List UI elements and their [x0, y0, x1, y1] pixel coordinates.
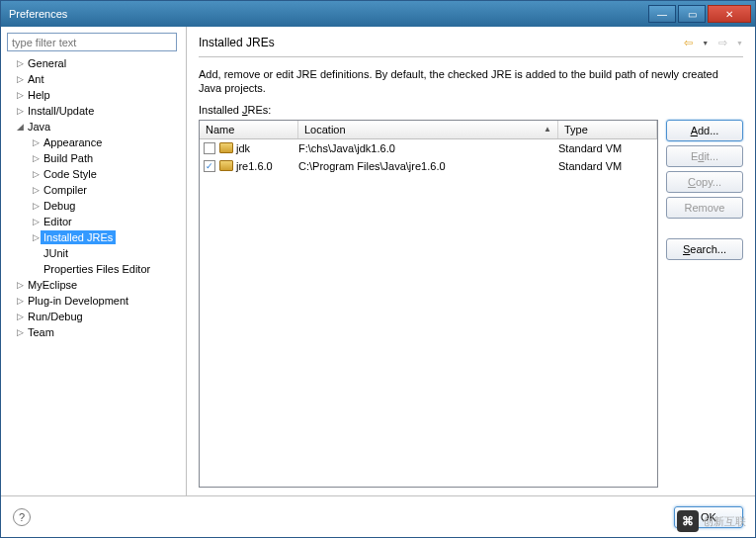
row-type: Standard VM: [558, 142, 657, 154]
watermark: ⌘ 创新互联: [677, 510, 746, 532]
jre-table: Name Location▲ Type jdkF:\chs\Java\jdk1.…: [199, 120, 658, 488]
sidebar: ▷General▷Ant▷Help▷Install/Update◢Java▷Ap…: [1, 27, 187, 495]
column-header-type[interactable]: Type: [558, 121, 657, 138]
row-checkbox[interactable]: ✓: [204, 160, 215, 172]
tree-item-label: Installed JREs: [41, 230, 116, 244]
tree-item-label: MyEclipse: [25, 278, 80, 292]
minimize-button[interactable]: —: [648, 5, 676, 23]
tree-item-label: Ant: [25, 72, 47, 86]
filter-input[interactable]: [7, 33, 177, 51]
tree-item-install-update[interactable]: ▷Install/Update: [7, 103, 180, 119]
column-header-location[interactable]: Location▲: [298, 121, 558, 138]
tree-item-plug-in-development[interactable]: ▷Plug-in Development: [7, 293, 180, 309]
back-menu-icon[interactable]: ▼: [702, 40, 709, 46]
expander-icon[interactable]: ▷: [31, 185, 41, 195]
expander-icon[interactable]: ▷: [15, 106, 25, 116]
expander-icon[interactable]: ▷: [31, 201, 41, 211]
expander-icon[interactable]: ▷: [31, 137, 41, 147]
tree-item-code-style[interactable]: ▷Code Style: [7, 166, 180, 182]
tree-item-appearance[interactable]: ▷Appearance: [7, 134, 180, 150]
tree-item-team[interactable]: ▷Team: [7, 324, 180, 340]
column-header-name[interactable]: Name: [200, 121, 298, 138]
expander-icon[interactable]: ▷: [15, 90, 25, 100]
footer: ? OK: [1, 495, 755, 537]
tree-item-label: Debug: [41, 199, 78, 213]
jre-icon: [219, 160, 233, 171]
tree-item-debug[interactable]: ▷Debug: [7, 198, 180, 214]
expander-icon[interactable]: ▷: [15, 74, 25, 84]
tree-item-label: Java: [25, 120, 53, 134]
tree-item-compiler[interactable]: ▷Compiler: [7, 182, 180, 198]
close-button[interactable]: ✕: [708, 5, 751, 23]
tree-item-properties-files-editor[interactable]: Properties Files Editor: [7, 261, 180, 277]
tree-item-label: JUnit: [41, 246, 71, 260]
expander-icon[interactable]: ▷: [31, 217, 41, 226]
tree-item-editor[interactable]: ▷Editor: [7, 214, 180, 229]
expander-icon[interactable]: ▷: [15, 280, 25, 290]
row-name: jdk: [236, 142, 250, 154]
tree-item-label: General: [25, 56, 69, 70]
watermark-logo-icon: ⌘: [677, 510, 699, 532]
tree-item-label: Properties Files Editor: [41, 262, 153, 276]
expander-icon[interactable]: ◢: [15, 122, 25, 132]
tree-item-label: Run/Debug: [25, 310, 86, 323]
forward-icon[interactable]: ⇨: [714, 35, 730, 50]
tree-item-label: Editor: [41, 215, 75, 228]
row-name: jre1.6.0: [236, 160, 273, 172]
row-location: C:\Program Files\Java\jre1.6.0: [298, 160, 558, 172]
table-row[interactable]: jdkF:\chs\Java\jdk1.6.0Standard VM: [200, 139, 657, 157]
description-text: Add, remove or edit JRE definitions. By …: [199, 57, 743, 104]
tree-item-label: Team: [25, 325, 57, 339]
tree-item-label: Build Path: [41, 151, 96, 165]
tree-item-label: Help: [25, 88, 53, 102]
tree-item-label: Code Style: [41, 167, 100, 181]
jre-icon: [219, 142, 233, 153]
search-button[interactable]: Search...: [666, 238, 743, 260]
table-row[interactable]: ✓jre1.6.0C:\Program Files\Java\jre1.6.0S…: [200, 157, 657, 175]
preference-tree: ▷General▷Ant▷Help▷Install/Update◢Java▷Ap…: [7, 55, 180, 490]
expander-icon[interactable]: ▷: [15, 58, 25, 68]
help-icon[interactable]: ?: [13, 508, 31, 526]
forward-menu-icon[interactable]: ▼: [736, 40, 743, 46]
expander-icon[interactable]: ▷: [31, 232, 41, 242]
row-type: Standard VM: [558, 160, 657, 172]
back-icon[interactable]: ⇦: [680, 35, 696, 50]
edit-button[interactable]: Edit...: [666, 145, 743, 167]
tree-item-installed-jres[interactable]: ▷Installed JREs: [7, 229, 180, 245]
expander-icon[interactable]: ▷: [15, 327, 25, 337]
tree-item-ant[interactable]: ▷Ant: [7, 71, 180, 87]
add-button[interactable]: Add...: [666, 120, 743, 141]
tree-item-help[interactable]: ▷Help: [7, 87, 180, 103]
expander-icon[interactable]: ▷: [15, 296, 25, 306]
list-label: Installed JREs:: [199, 104, 743, 120]
row-checkbox[interactable]: [204, 142, 215, 154]
tree-item-label: Compiler: [41, 183, 90, 197]
remove-button[interactable]: Remove: [666, 197, 743, 219]
tree-item-label: Install/Update: [25, 104, 97, 118]
tree-item-java[interactable]: ◢Java: [7, 119, 180, 134]
tree-item-run-debug[interactable]: ▷Run/Debug: [7, 309, 180, 324]
row-location: F:\chs\Java\jdk1.6.0: [298, 142, 558, 154]
titlebar: Preferences — ▭ ✕: [1, 1, 755, 27]
expander-icon[interactable]: ▷: [31, 169, 41, 179]
main-panel: Installed JREs ⇦ ▼ ⇨ ▼ Add, remove or ed…: [187, 27, 755, 495]
tree-item-general[interactable]: ▷General: [7, 55, 180, 71]
expander-icon[interactable]: ▷: [31, 153, 41, 163]
tree-item-junit[interactable]: JUnit: [7, 245, 180, 261]
expander-icon[interactable]: ▷: [15, 312, 25, 321]
page-title: Installed JREs: [199, 36, 680, 49]
preferences-window: Preferences — ▭ ✕ ▷General▷Ant▷Help▷Inst…: [0, 0, 756, 538]
window-title: Preferences: [9, 8, 648, 20]
maximize-button[interactable]: ▭: [678, 5, 706, 23]
copy-button[interactable]: Copy...: [666, 171, 743, 193]
tree-item-label: Plug-in Development: [25, 294, 131, 308]
tree-item-build-path[interactable]: ▷Build Path: [7, 150, 180, 166]
sort-asc-icon: ▲: [544, 125, 551, 134]
tree-item-label: Appearance: [41, 135, 105, 149]
tree-item-myeclipse[interactable]: ▷MyEclipse: [7, 277, 180, 293]
